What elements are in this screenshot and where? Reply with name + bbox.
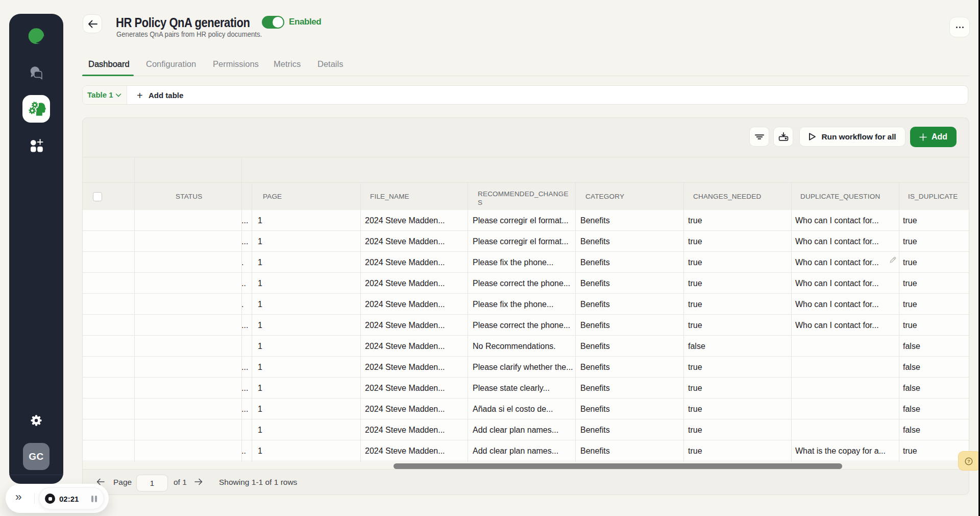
svg-text:?: ? (967, 458, 970, 464)
